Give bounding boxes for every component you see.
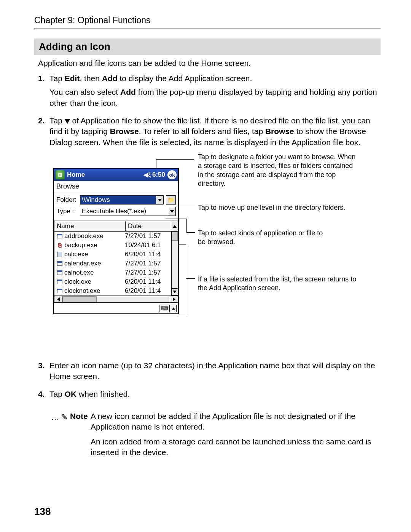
sip-menu-button[interactable] (170, 305, 177, 312)
file-name: calc.exe (64, 251, 125, 258)
win-icon (56, 287, 64, 295)
chevron-down-icon[interactable] (156, 196, 163, 204)
callout-line (179, 316, 186, 316)
backup-icon: ⎘ (56, 241, 64, 249)
callout-line (186, 278, 195, 279)
note-paragraph: An icon added from a storage card cannot… (91, 436, 381, 458)
type-value: Executable files(*.exe) (80, 207, 168, 216)
type-dropdown[interactable]: Executable files(*.exe) (80, 207, 176, 216)
file-row[interactable]: calendar.exe7/27/01 1:57 (54, 259, 171, 268)
horizontal-scrollbar[interactable] (62, 296, 170, 303)
type-label: Type : (56, 208, 80, 215)
file-date: 7/27/01 1:57 (125, 269, 170, 276)
step-number: 2. (38, 115, 49, 148)
file-row[interactable]: ⎘backup.exe10/24/01 6:1 (54, 241, 171, 250)
file-row[interactable]: addrbook.exe7/27/01 1:57 (54, 232, 171, 241)
file-date: 7/27/01 1:57 (125, 232, 170, 240)
ok-button[interactable]: ok (167, 170, 177, 179)
scroll-right-button[interactable] (170, 296, 178, 303)
text: Tap (49, 116, 65, 125)
app-title: Home (67, 171, 143, 179)
file-row[interactable]: calnot.exe7/27/01 1:57 (54, 268, 171, 277)
file-row[interactable]: clock.exe6/20/01 11:4 (54, 277, 171, 286)
keyboard-icon[interactable]: ⌨ (159, 305, 170, 312)
file-name: backup.exe (64, 241, 125, 249)
step-number: 3. (38, 360, 49, 382)
callout-line (179, 207, 195, 207)
win-icon (56, 278, 64, 286)
step-number: 4. (38, 389, 49, 399)
start-icon[interactable]: ⊞ (56, 170, 65, 179)
folder-value: \Windows (80, 196, 156, 204)
figure: ⊞ Home ◀ξ 6:50 ok Browse Folder: \Window… (34, 155, 381, 349)
callout-line (186, 219, 187, 232)
file-date: 6/20/01 11:4 (125, 278, 170, 286)
titlebar: ⊞ Home ◀ξ 6:50 ok (54, 169, 178, 181)
step-body: Tap of Application file to show the file… (49, 115, 381, 148)
folder-up-button[interactable]: 📁 (166, 195, 176, 204)
win-icon (56, 260, 64, 267)
file-name: calnot.exe (64, 269, 125, 276)
text: , then (80, 74, 102, 83)
column-header-name[interactable]: Name (54, 221, 126, 232)
bold: Add (120, 88, 136, 96)
chapter-header: Chapter 9: Optional Functions (34, 15, 381, 29)
win-icon (56, 232, 64, 240)
clock: 6:50 (152, 171, 165, 179)
win-icon (56, 269, 64, 276)
dropdown-icon (65, 119, 70, 124)
column-header-date[interactable]: Date (126, 221, 171, 232)
text: to display the Add Application screen. (118, 74, 252, 83)
scroll-up-button[interactable] (171, 221, 178, 232)
scroll-left-button[interactable] (54, 296, 62, 303)
file-row[interactable]: calc.exe6/20/01 11:4 (54, 250, 171, 259)
file-date: 10/24/01 6:1 (125, 241, 170, 249)
step-number: 1. (38, 73, 49, 109)
callout-line (156, 159, 156, 168)
page-number: 138 (34, 506, 51, 518)
callout-uplevel: Tap to move up one level in the director… (198, 203, 362, 212)
file-name: clocknot.exe (64, 287, 125, 295)
callout-line (166, 219, 186, 219)
browse-label: Browse (54, 181, 178, 192)
text: . To refer to all folders and files, tap (139, 127, 265, 136)
callout-line (186, 232, 195, 233)
file-row[interactable]: clocknot.exe6/20/01 11:4 (54, 286, 171, 296)
text: You can also select (49, 88, 120, 96)
note-label: Note (68, 411, 91, 462)
bold: Add (102, 74, 118, 83)
scrollbar-thumb[interactable] (62, 296, 97, 302)
bold: Browse (265, 127, 294, 136)
note-icon: …✎ (38, 411, 68, 462)
scroll-down-button[interactable] (172, 288, 178, 295)
sip-bar: ⌨ (54, 303, 178, 313)
text: when finished. (76, 390, 130, 398)
callout-line (186, 244, 186, 316)
bold: Edit (65, 74, 80, 83)
device-screenshot: ⊞ Home ◀ξ 6:50 ok Browse Folder: \Window… (53, 168, 179, 314)
file-date: 7/27/01 1:57 (125, 260, 170, 267)
scrollbar-thumb[interactable] (172, 232, 178, 241)
step-body: Tap OK when finished. (49, 389, 381, 399)
folder-dropdown[interactable]: \Windows (80, 195, 164, 204)
chevron-down-icon[interactable] (168, 207, 175, 216)
callout-folder: Tap to designate a folder you want to br… (198, 153, 358, 189)
step-body: Enter an icon name (up to 32 characters)… (49, 360, 381, 382)
callout-filelist: If a file is selected from the list, the… (198, 275, 358, 293)
note-body: A new icon cannot be added if the Applic… (91, 411, 381, 462)
vertical-scrollbar[interactable] (172, 232, 178, 288)
file-name: clock.exe (64, 278, 125, 286)
folder-label: Folder: (56, 196, 80, 204)
file-date: 6/20/01 11:4 (125, 251, 170, 258)
file-name: addrbook.exe (64, 232, 125, 240)
text: Tap (49, 390, 65, 398)
note-paragraph: A new icon cannot be added if the Applic… (91, 411, 381, 433)
calc-icon (56, 251, 64, 258)
sound-icon[interactable]: ◀ξ (143, 171, 151, 178)
callout-line (156, 159, 194, 160)
intro-text: Application and file icons can be added … (38, 59, 381, 68)
section-title: Adding an Icon (34, 38, 381, 55)
file-name: calendar.exe (64, 260, 125, 267)
callout-type: Tap to select kinds of application or fi… (198, 229, 327, 247)
callout-line (179, 244, 186, 244)
